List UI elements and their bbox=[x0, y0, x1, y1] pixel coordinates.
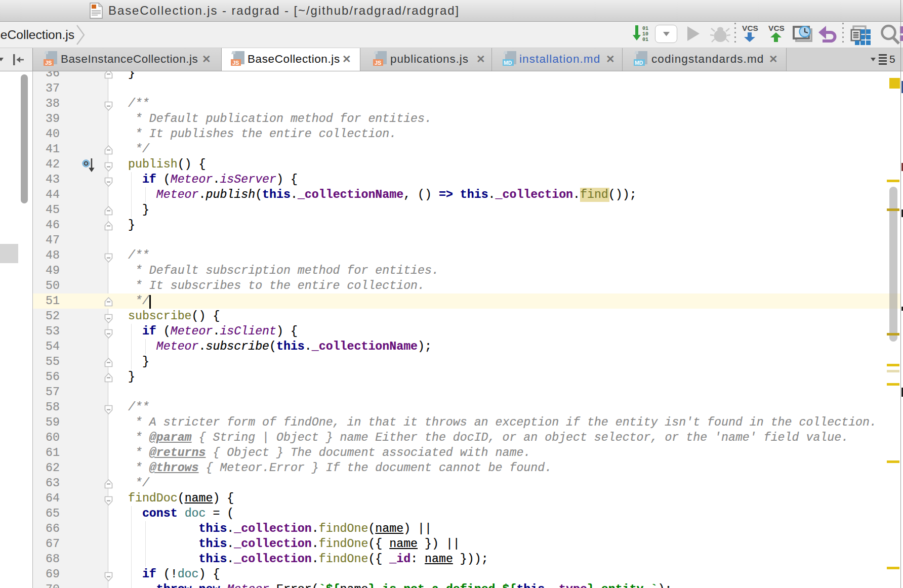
svg-text:JS: JS bbox=[375, 60, 381, 66]
svg-text:MD: MD bbox=[635, 60, 643, 66]
svg-text:MD: MD bbox=[504, 60, 512, 66]
svg-text:01: 01 bbox=[642, 26, 648, 31]
svg-text:01: 01 bbox=[642, 37, 648, 43]
svg-text:JS: JS bbox=[232, 60, 239, 66]
svg-text:JS: JS bbox=[45, 60, 52, 66]
svg-text:10: 10 bbox=[642, 31, 648, 37]
